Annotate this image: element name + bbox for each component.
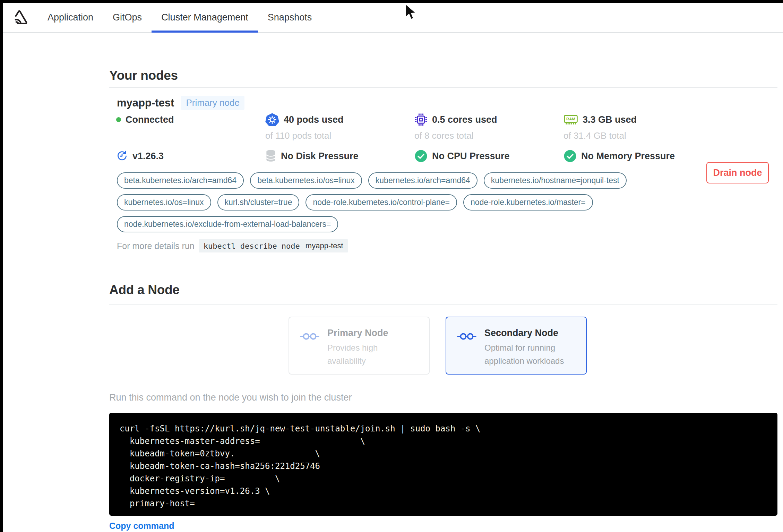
add-node-title: Add a Node <box>109 283 180 297</box>
stat-col-memory: RAM 3.3 GB used of 31.4 GB total No Memo… <box>563 112 713 164</box>
tab-application-label: Application <box>48 12 93 23</box>
primary-card-text: Primary Node Provides high availability <box>327 328 388 374</box>
details-prefix: For more details run <box>117 241 195 251</box>
section-divider <box>109 87 777 88</box>
check-circle-icon <box>414 149 428 163</box>
disk-pressure: No Disk Pressure <box>265 148 414 164</box>
memory-used: RAM 3.3 GB used <box>563 112 713 128</box>
join-command-line: docker-registry-ip= \ <box>120 472 777 485</box>
cores-total-label: of 8 cores total <box>414 128 563 148</box>
pods-total-label: of 110 pods total <box>265 128 414 148</box>
join-command-line: kubeadm-token-ca-hash=sha256:221d25746 <box>120 460 777 472</box>
tab-application[interactable]: Application <box>38 3 103 32</box>
drain-node-button[interactable]: Drain node <box>706 162 769 183</box>
memory-used-label: 3.3 GB used <box>583 114 637 125</box>
stat-col-status: Connected v1.26.3 <box>116 112 265 164</box>
node-label-pill: node-role.kubernetes.io/control-plane= <box>306 194 457 211</box>
memory-pressure: No Memory Pressure <box>563 148 713 164</box>
cpu-pressure: No CPU Pressure <box>414 148 563 164</box>
top-black-bar <box>0 0 783 3</box>
cores-used-label: 0.5 cores used <box>432 114 497 125</box>
stat-col-cores: 0.5 cores used of 8 cores total No CPU P… <box>414 112 563 164</box>
kubectl-command-chip: kubectl describe node myapp-test <box>199 239 348 252</box>
secondary-card-subtitle-line1: Optimal for running <box>484 341 564 354</box>
cpu-pressure-label: No CPU Pressure <box>432 151 510 162</box>
join-command-block: curl -fsSL https://kurl.sh/jq-new-test-u… <box>109 413 777 516</box>
details-row: For more details run kubectl describe no… <box>117 239 348 252</box>
tab-cluster-management[interactable]: Cluster Management <box>152 3 258 32</box>
secondary-node-card[interactable]: Secondary Node Optimal for running appli… <box>446 317 587 375</box>
join-command-line: kubernetes-version=v1.26.3 \ <box>120 485 777 497</box>
node-labels: beta.kubernetes.io/arch=amd64 beta.kuber… <box>117 172 668 232</box>
kubectl-command-node: myapp-test <box>306 241 343 250</box>
section-divider <box>109 304 777 304</box>
connected-dot-icon <box>116 117 121 122</box>
tab-cluster-management-label: Cluster Management <box>161 12 248 23</box>
node-version: v1.26.3 <box>116 148 265 164</box>
your-nodes-title: Your nodes <box>109 68 178 83</box>
join-instruction: Run this command on the node you wish to… <box>109 392 352 403</box>
stat-sub-empty <box>116 128 265 148</box>
node-label-pill: beta.kubernetes.io/arch=amd64 <box>117 172 244 189</box>
node-label-pill: kubernetes.io/hostname=jonquil-test <box>484 172 627 189</box>
secondary-card-title: Secondary Node <box>484 328 564 338</box>
node-label-pill: kurl.sh/cluster=true <box>217 194 300 211</box>
tab-gitops-label: GitOps <box>113 12 142 23</box>
kubernetes-icon <box>265 113 279 127</box>
active-tab-underline <box>152 31 258 33</box>
primary-card-subtitle-line1: Provides high <box>327 341 388 354</box>
node-name: myapp-test <box>117 97 174 109</box>
join-command-line: primary-host= <box>120 497 777 510</box>
left-black-bar <box>0 0 3 532</box>
node-stats-grid: Connected v1.26.3 <box>116 112 713 164</box>
primary-node-card[interactable]: Primary Node Provides high availability <box>289 317 430 375</box>
node-status: Connected <box>116 112 265 128</box>
linked-nodes-icon <box>300 331 320 342</box>
svg-text:RAM: RAM <box>566 117 575 121</box>
secondary-card-subtitle-line2: application workloads <box>484 354 564 368</box>
ram-icon: RAM <box>563 114 578 126</box>
secondary-card-subtitle: Optimal for running application workload… <box>484 341 564 368</box>
version-refresh-icon <box>116 150 128 162</box>
node-name-row: myapp-test Primary node <box>117 96 244 110</box>
join-command-line: curl -fsSL https://kurl.sh/jq-new-test-u… <box>120 422 777 435</box>
join-command-line: kubeadm-token=0ztbvy. \ <box>120 447 777 460</box>
node-version-label: v1.26.3 <box>132 151 164 162</box>
node-status-label: Connected <box>126 114 174 125</box>
mouse-cursor-icon <box>404 3 417 22</box>
node-label-pill: kubernetes.io/os=linux <box>117 194 211 211</box>
node-label-pill: kubernetes.io/arch=amd64 <box>368 172 477 189</box>
node-label-pill: beta.kubernetes.io/os=linux <box>250 172 362 189</box>
app-header: Application GitOps Cluster Management Sn… <box>3 3 783 33</box>
tab-gitops[interactable]: GitOps <box>103 3 152 32</box>
primary-card-title: Primary Node <box>327 328 388 338</box>
copy-command-link[interactable]: Copy command <box>109 521 174 531</box>
check-circle-icon <box>563 149 577 163</box>
memory-pressure-label: No Memory Pressure <box>581 151 675 162</box>
kubectl-command: kubectl describe node <box>204 242 300 250</box>
memory-total-label: of 31.4 GB total <box>563 128 713 148</box>
pods-used: 40 pods used <box>265 112 414 128</box>
cores-used: 0.5 cores used <box>414 112 563 128</box>
disk-pressure-label: No Disk Pressure <box>281 151 359 162</box>
page: Application GitOps Cluster Management Sn… <box>0 0 783 532</box>
tab-snapshots[interactable]: Snapshots <box>258 3 322 32</box>
tab-snapshots-label: Snapshots <box>268 12 312 23</box>
primary-node-badge: Primary node <box>181 96 244 110</box>
secondary-card-text: Secondary Node Optimal for running appli… <box>484 328 564 374</box>
disk-database-icon <box>265 149 276 163</box>
primary-card-subtitle-line2: availability <box>327 354 388 368</box>
primary-card-subtitle: Provides high availability <box>327 341 388 368</box>
join-command-line: kubernetes-master-address= \ <box>120 435 777 447</box>
linked-nodes-icon <box>457 331 477 342</box>
replicated-logo-icon <box>10 7 29 27</box>
node-label-pill: node-role.kubernetes.io/master= <box>463 194 593 211</box>
cpu-chip-icon <box>414 113 428 126</box>
node-label-pill: node.kubernetes.io/exclude-from-external… <box>117 216 338 232</box>
pods-used-label: 40 pods used <box>284 114 344 125</box>
stat-col-pods: 40 pods used of 110 pods total No Disk P… <box>265 112 414 164</box>
main-tabs: Application GitOps Cluster Management Sn… <box>38 3 321 32</box>
